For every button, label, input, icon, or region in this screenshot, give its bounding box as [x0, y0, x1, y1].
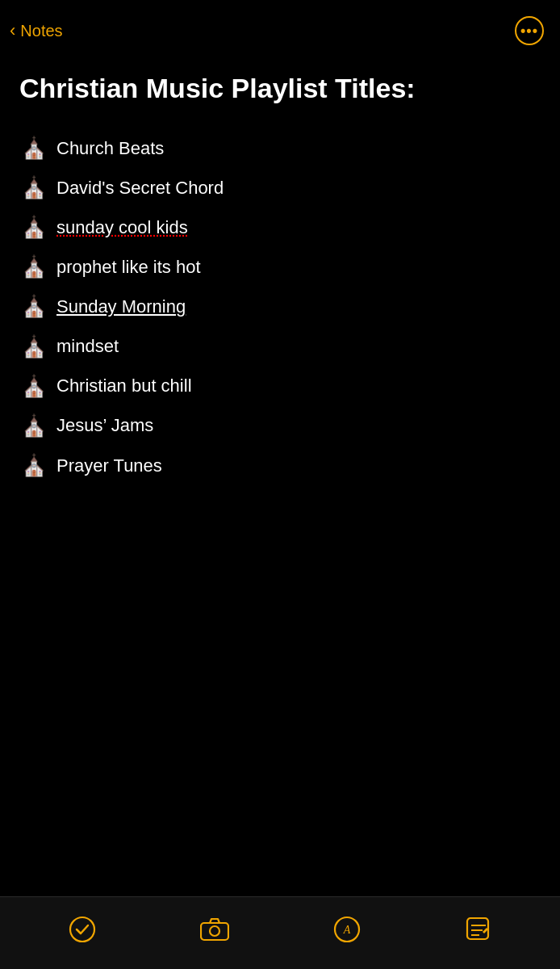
camera-button[interactable] — [192, 909, 237, 950]
back-button[interactable]: ‹ Notes — [10, 20, 63, 41]
church-emoji: ⛪ — [19, 451, 48, 480]
church-emoji: ⛪ — [19, 372, 48, 401]
church-emoji: ⛪ — [19, 292, 48, 321]
list-item: ⛪mindset — [19, 327, 541, 367]
list-item-text: Christian but chill — [56, 374, 192, 398]
list-item: ⛪Christian but chill — [19, 367, 541, 406]
svg-rect-5 — [467, 918, 488, 939]
note-content: Christian Music Playlist Titles: ⛪Church… — [0, 57, 560, 501]
list-item-text: mindset — [56, 334, 119, 359]
list-item: ⛪Sunday Morning — [19, 287, 541, 326]
markup-icon: A — [333, 916, 361, 943]
bottom-toolbar: A — [0, 896, 560, 969]
checklist-button[interactable] — [61, 908, 104, 951]
church-emoji: ⛪ — [19, 253, 48, 281]
back-label: Notes — [20, 22, 62, 40]
list-item: ⛪Church Beats — [19, 128, 541, 168]
checklist-icon — [69, 916, 96, 943]
markup-button[interactable]: A — [325, 908, 369, 951]
list-item-text: prophet like its hot — [56, 255, 201, 279]
list-item-text: Sunday Morning — [56, 295, 186, 319]
header: ‹ Notes ••• — [0, 0, 560, 57]
list-item-text: Jesus’ Jams — [56, 413, 153, 438]
more-icon: ••• — [520, 23, 538, 38]
list-item: ⛪Prayer Tunes — [19, 446, 541, 485]
list-item-text: Prayer Tunes — [56, 454, 162, 478]
church-emoji: ⛪ — [19, 134, 48, 162]
svg-point-0 — [70, 917, 94, 942]
list-item: ⛪Jesus’ Jams — [19, 406, 541, 446]
svg-text:A: A — [342, 924, 350, 936]
playlist-list: ⛪Church Beats⛪David's Secret Chord⛪sunda… — [19, 128, 541, 485]
list-item-text: David's Secret Chord — [56, 176, 224, 200]
svg-point-2 — [210, 926, 219, 936]
church-emoji: ⛪ — [19, 174, 48, 202]
back-chevron-icon: ‹ — [10, 20, 15, 41]
church-emoji: ⛪ — [19, 213, 48, 241]
list-item-text: sunday cool kids — [56, 216, 188, 240]
list-item-text: Church Beats — [56, 136, 164, 161]
more-button[interactable]: ••• — [515, 16, 544, 45]
list-item: ⛪prophet like its hot — [19, 247, 541, 287]
list-item: ⛪sunday cool kids — [19, 208, 541, 247]
list-item: ⛪David's Secret Chord — [19, 168, 541, 208]
church-emoji: ⛪ — [19, 412, 48, 440]
compose-button[interactable] — [457, 908, 500, 951]
church-emoji: ⛪ — [19, 333, 48, 361]
camera-icon — [200, 917, 229, 942]
compose-icon — [465, 916, 492, 943]
note-title: Christian Music Playlist Titles: — [19, 73, 541, 104]
